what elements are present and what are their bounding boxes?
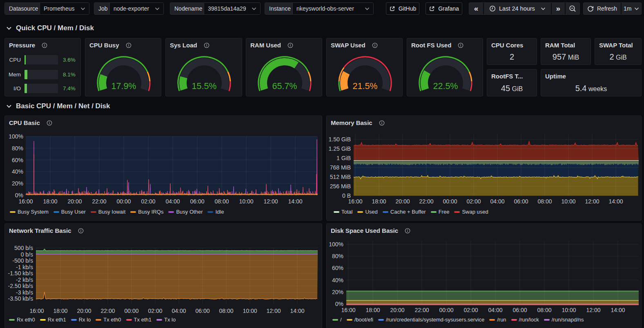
svg-text:100%: 100% <box>9 133 23 140</box>
svg-text:-3 kb/s: -3 kb/s <box>16 289 33 296</box>
svg-text:22:00: 22:00 <box>100 308 115 314</box>
svg-text:18:00: 18:00 <box>372 198 386 205</box>
svg-text:512 MiB: 512 MiB <box>330 174 351 180</box>
svg-text:20%: 20% <box>332 289 343 295</box>
svg-text:-1.50 kb/s: -1.50 kb/s <box>8 270 33 277</box>
svg-text:15.5%: 15.5% <box>192 81 217 91</box>
svg-text:500 b/s: 500 b/s <box>14 245 33 251</box>
svg-text:18:00: 18:00 <box>43 198 57 205</box>
svg-text:22:00: 22:00 <box>414 307 429 313</box>
svg-text:0%: 0% <box>335 301 343 307</box>
svg-text:40%: 40% <box>12 168 23 175</box>
svg-text:14:00: 14:00 <box>288 198 302 205</box>
svg-text:-500 b/s: -500 b/s <box>12 257 33 264</box>
svg-text:02:00: 02:00 <box>141 198 155 205</box>
svg-text:12:00: 12:00 <box>586 307 600 313</box>
svg-text:08:00: 08:00 <box>214 198 229 205</box>
svg-text:22:00: 22:00 <box>419 198 433 205</box>
svg-text:12:00: 12:00 <box>266 308 281 314</box>
svg-text:00:00: 00:00 <box>124 308 138 314</box>
svg-text:80%: 80% <box>332 253 343 259</box>
svg-text:04:00: 04:00 <box>490 198 504 205</box>
svg-text:21.5%: 21.5% <box>353 81 378 91</box>
svg-text:256 MiB: 256 MiB <box>330 183 351 190</box>
svg-text:60%: 60% <box>332 265 343 271</box>
svg-text:-1 kb/s: -1 kb/s <box>16 264 33 270</box>
svg-text:0%: 0% <box>15 192 23 199</box>
svg-text:14:00: 14:00 <box>290 308 304 314</box>
svg-text:02:00: 02:00 <box>466 198 481 205</box>
svg-text:1.25 GiB: 1.25 GiB <box>329 145 351 152</box>
svg-text:0 b/s: 0 b/s <box>21 251 33 258</box>
svg-text:04:00: 04:00 <box>165 198 180 205</box>
svg-text:18:00: 18:00 <box>53 308 67 314</box>
svg-text:18:00: 18:00 <box>365 307 380 313</box>
svg-text:10:00: 10:00 <box>243 308 257 314</box>
svg-text:10:00: 10:00 <box>562 307 576 313</box>
svg-text:20:00: 20:00 <box>77 308 91 314</box>
svg-text:10:00: 10:00 <box>239 198 253 205</box>
svg-text:06:00: 06:00 <box>514 198 528 205</box>
svg-text:00:00: 00:00 <box>439 307 453 313</box>
svg-text:22.5%: 22.5% <box>433 81 458 91</box>
svg-text:40%: 40% <box>332 277 343 283</box>
svg-text:08:00: 08:00 <box>537 198 552 205</box>
svg-text:20:00: 20:00 <box>390 307 404 313</box>
svg-text:60%: 60% <box>12 157 23 163</box>
svg-text:20:00: 20:00 <box>395 198 410 205</box>
svg-text:00:00: 00:00 <box>116 198 131 205</box>
svg-text:08:00: 08:00 <box>219 308 233 314</box>
svg-text:06:00: 06:00 <box>195 308 209 314</box>
svg-text:14:00: 14:00 <box>611 307 625 313</box>
svg-text:00:00: 00:00 <box>443 198 457 205</box>
svg-text:06:00: 06:00 <box>190 198 204 205</box>
svg-text:16:00: 16:00 <box>341 307 355 313</box>
svg-text:22:00: 22:00 <box>92 198 106 205</box>
svg-text:16:00: 16:00 <box>18 198 33 205</box>
svg-text:10:00: 10:00 <box>561 198 575 205</box>
svg-text:12:00: 12:00 <box>585 198 599 205</box>
svg-text:08:00: 08:00 <box>537 307 551 313</box>
svg-text:-2 kb/s: -2 kb/s <box>16 277 33 283</box>
svg-text:20%: 20% <box>12 180 23 187</box>
svg-text:768 MiB: 768 MiB <box>330 164 351 171</box>
svg-text:17.9%: 17.9% <box>111 81 136 91</box>
svg-text:80%: 80% <box>12 145 23 152</box>
svg-text:14:00: 14:00 <box>608 198 623 205</box>
svg-text:02:00: 02:00 <box>464 307 478 313</box>
svg-text:65.7%: 65.7% <box>272 81 297 91</box>
svg-text:02:00: 02:00 <box>148 308 162 314</box>
svg-text:-2.50 kb/s: -2.50 kb/s <box>8 283 33 289</box>
svg-text:1.50 GiB: 1.50 GiB <box>329 136 351 143</box>
svg-text:16:00: 16:00 <box>348 198 362 205</box>
svg-text:20:00: 20:00 <box>67 198 82 205</box>
svg-text:16:00: 16:00 <box>29 308 44 314</box>
svg-text:04:00: 04:00 <box>172 308 186 314</box>
svg-text:12:00: 12:00 <box>263 198 278 205</box>
svg-text:06:00: 06:00 <box>513 307 527 313</box>
svg-text:100%: 100% <box>329 241 343 248</box>
svg-text:-3.50 kb/s: -3.50 kb/s <box>8 295 33 302</box>
svg-text:1 GiB: 1 GiB <box>336 155 351 161</box>
svg-text:04:00: 04:00 <box>488 307 502 313</box>
